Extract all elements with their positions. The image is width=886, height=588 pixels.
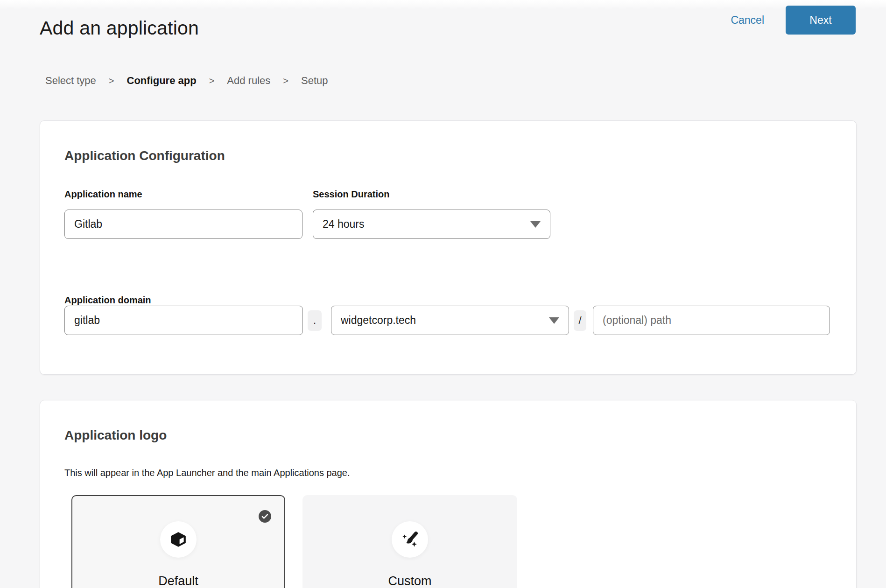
- logo-option-default[interactable]: Default: [71, 495, 285, 588]
- cube-icon: [160, 521, 197, 558]
- breadcrumb: Select type > Configure app > Add rules …: [45, 75, 328, 87]
- application-domain-row: . widgetcorp.tech /: [64, 306, 856, 335]
- path-input[interactable]: [593, 306, 830, 335]
- session-duration-value: 24 hours: [323, 218, 365, 231]
- application-logo-card: Application logo This will appear in the…: [40, 400, 857, 588]
- breadcrumb-step-setup[interactable]: Setup: [301, 75, 328, 87]
- next-button[interactable]: Next: [786, 6, 856, 35]
- application-configuration-card: Application Configuration Application na…: [40, 120, 857, 375]
- breadcrumb-step-configure-app[interactable]: Configure app: [127, 75, 197, 87]
- logo-option-label: Custom: [388, 574, 431, 588]
- config-card-heading: Application Configuration: [64, 148, 856, 164]
- logo-options: Default Custom: [71, 495, 856, 588]
- logo-card-heading: Application logo: [64, 427, 856, 443]
- logo-option-label: Default: [158, 574, 198, 588]
- slash-separator: /: [574, 310, 586, 331]
- application-name-field-group: Application name: [64, 189, 302, 239]
- domain-select-value: widgetcorp.tech: [341, 314, 416, 327]
- session-duration-select[interactable]: 24 hours: [313, 210, 550, 239]
- breadcrumb-step-select-type[interactable]: Select type: [45, 75, 96, 87]
- breadcrumb-separator: >: [109, 76, 114, 86]
- application-name-input[interactable]: [64, 210, 302, 239]
- session-duration-field-group: Session Duration 24 hours: [313, 189, 550, 239]
- paintbrush-icon: [392, 521, 428, 558]
- breadcrumb-step-add-rules[interactable]: Add rules: [227, 75, 270, 87]
- dot-separator: .: [308, 310, 322, 331]
- application-name-label: Application name: [64, 189, 302, 200]
- logo-card-description: This will appear in the App Launcher and…: [64, 467, 856, 478]
- chevron-down-icon: [530, 221, 541, 228]
- chevron-down-icon: [549, 317, 559, 324]
- cancel-button[interactable]: Cancel: [731, 14, 764, 27]
- page-title: Add an application: [40, 17, 199, 39]
- breadcrumb-separator: >: [283, 76, 288, 86]
- logo-option-custom[interactable]: Custom: [302, 495, 517, 588]
- breadcrumb-separator: >: [209, 76, 215, 86]
- application-domain-label: Application domain: [64, 294, 856, 306]
- check-icon: [259, 510, 271, 523]
- domain-select[interactable]: widgetcorp.tech: [331, 306, 569, 335]
- header-actions: Cancel Next: [731, 6, 856, 35]
- session-duration-label: Session Duration: [313, 189, 550, 200]
- subdomain-input[interactable]: [64, 306, 303, 335]
